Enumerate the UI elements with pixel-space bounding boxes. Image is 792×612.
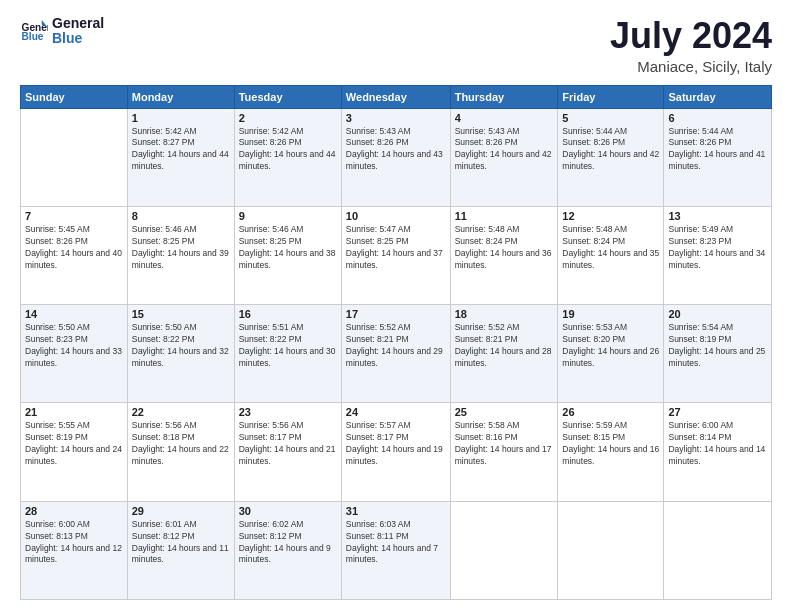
calendar-cell: 28 Sunrise: 6:00 AMSunset: 8:13 PMDaylig… — [21, 501, 128, 599]
day-number: 18 — [455, 308, 554, 320]
day-info: Sunrise: 5:50 AMSunset: 8:23 PMDaylight:… — [25, 322, 122, 368]
day-number: 3 — [346, 112, 446, 124]
day-number: 30 — [239, 505, 337, 517]
day-number: 10 — [346, 210, 446, 222]
calendar-cell: 3 Sunrise: 5:43 AMSunset: 8:26 PMDayligh… — [341, 108, 450, 206]
day-number: 23 — [239, 406, 337, 418]
logo: General Blue General Blue — [20, 16, 104, 47]
calendar-cell: 2 Sunrise: 5:42 AMSunset: 8:26 PMDayligh… — [234, 108, 341, 206]
day-number: 29 — [132, 505, 230, 517]
day-number: 14 — [25, 308, 123, 320]
header-friday: Friday — [558, 85, 664, 108]
header-thursday: Thursday — [450, 85, 558, 108]
day-number: 19 — [562, 308, 659, 320]
svg-text:Blue: Blue — [22, 32, 44, 43]
day-info: Sunrise: 5:56 AMSunset: 8:18 PMDaylight:… — [132, 420, 229, 466]
day-number: 26 — [562, 406, 659, 418]
calendar-cell: 18 Sunrise: 5:52 AMSunset: 8:21 PMDaylig… — [450, 305, 558, 403]
calendar-cell: 6 Sunrise: 5:44 AMSunset: 8:26 PMDayligh… — [664, 108, 772, 206]
calendar-cell: 8 Sunrise: 5:46 AMSunset: 8:25 PMDayligh… — [127, 206, 234, 304]
calendar-week-row: 14 Sunrise: 5:50 AMSunset: 8:23 PMDaylig… — [21, 305, 772, 403]
day-number: 31 — [346, 505, 446, 517]
calendar-cell: 26 Sunrise: 5:59 AMSunset: 8:15 PMDaylig… — [558, 403, 664, 501]
day-number: 28 — [25, 505, 123, 517]
calendar-cell: 15 Sunrise: 5:50 AMSunset: 8:22 PMDaylig… — [127, 305, 234, 403]
calendar-cell: 9 Sunrise: 5:46 AMSunset: 8:25 PMDayligh… — [234, 206, 341, 304]
day-info: Sunrise: 5:42 AMSunset: 8:26 PMDaylight:… — [239, 126, 336, 172]
header-tuesday: Tuesday — [234, 85, 341, 108]
calendar-week-row: 7 Sunrise: 5:45 AMSunset: 8:26 PMDayligh… — [21, 206, 772, 304]
calendar-cell — [450, 501, 558, 599]
day-info: Sunrise: 5:59 AMSunset: 8:15 PMDaylight:… — [562, 420, 659, 466]
calendar-cell: 23 Sunrise: 5:56 AMSunset: 8:17 PMDaylig… — [234, 403, 341, 501]
day-info: Sunrise: 5:52 AMSunset: 8:21 PMDaylight:… — [455, 322, 552, 368]
day-number: 6 — [668, 112, 767, 124]
day-info: Sunrise: 5:46 AMSunset: 8:25 PMDaylight:… — [132, 224, 229, 270]
day-number: 27 — [668, 406, 767, 418]
calendar-cell: 10 Sunrise: 5:47 AMSunset: 8:25 PMDaylig… — [341, 206, 450, 304]
calendar-week-row: 21 Sunrise: 5:55 AMSunset: 8:19 PMDaylig… — [21, 403, 772, 501]
calendar-cell: 17 Sunrise: 5:52 AMSunset: 8:21 PMDaylig… — [341, 305, 450, 403]
calendar-cell: 22 Sunrise: 5:56 AMSunset: 8:18 PMDaylig… — [127, 403, 234, 501]
header-saturday: Saturday — [664, 85, 772, 108]
day-number: 8 — [132, 210, 230, 222]
logo-blue: Blue — [52, 31, 104, 46]
day-info: Sunrise: 5:51 AMSunset: 8:22 PMDaylight:… — [239, 322, 336, 368]
day-number: 2 — [239, 112, 337, 124]
day-number: 12 — [562, 210, 659, 222]
day-info: Sunrise: 6:03 AMSunset: 8:11 PMDaylight:… — [346, 519, 438, 565]
day-number: 22 — [132, 406, 230, 418]
day-info: Sunrise: 5:45 AMSunset: 8:26 PMDaylight:… — [25, 224, 122, 270]
calendar-cell: 11 Sunrise: 5:48 AMSunset: 8:24 PMDaylig… — [450, 206, 558, 304]
calendar-subtitle: Maniace, Sicily, Italy — [610, 58, 772, 75]
day-info: Sunrise: 5:47 AMSunset: 8:25 PMDaylight:… — [346, 224, 443, 270]
day-info: Sunrise: 5:44 AMSunset: 8:26 PMDaylight:… — [668, 126, 765, 172]
calendar-cell — [558, 501, 664, 599]
day-info: Sunrise: 5:55 AMSunset: 8:19 PMDaylight:… — [25, 420, 122, 466]
calendar-week-row: 28 Sunrise: 6:00 AMSunset: 8:13 PMDaylig… — [21, 501, 772, 599]
calendar-header-row: Sunday Monday Tuesday Wednesday Thursday… — [21, 85, 772, 108]
day-info: Sunrise: 5:48 AMSunset: 8:24 PMDaylight:… — [562, 224, 659, 270]
calendar-cell: 21 Sunrise: 5:55 AMSunset: 8:19 PMDaylig… — [21, 403, 128, 501]
day-number: 7 — [25, 210, 123, 222]
calendar-cell: 29 Sunrise: 6:01 AMSunset: 8:12 PMDaylig… — [127, 501, 234, 599]
day-info: Sunrise: 5:50 AMSunset: 8:22 PMDaylight:… — [132, 322, 229, 368]
day-info: Sunrise: 5:43 AMSunset: 8:26 PMDaylight:… — [346, 126, 443, 172]
day-number: 13 — [668, 210, 767, 222]
calendar-cell: 27 Sunrise: 6:00 AMSunset: 8:14 PMDaylig… — [664, 403, 772, 501]
day-number: 1 — [132, 112, 230, 124]
day-number: 5 — [562, 112, 659, 124]
day-info: Sunrise: 5:54 AMSunset: 8:19 PMDaylight:… — [668, 322, 765, 368]
day-info: Sunrise: 5:43 AMSunset: 8:26 PMDaylight:… — [455, 126, 552, 172]
day-info: Sunrise: 6:00 AMSunset: 8:13 PMDaylight:… — [25, 519, 122, 565]
day-number: 15 — [132, 308, 230, 320]
calendar-cell: 4 Sunrise: 5:43 AMSunset: 8:26 PMDayligh… — [450, 108, 558, 206]
calendar-cell: 31 Sunrise: 6:03 AMSunset: 8:11 PMDaylig… — [341, 501, 450, 599]
day-info: Sunrise: 6:02 AMSunset: 8:12 PMDaylight:… — [239, 519, 331, 565]
calendar-table: Sunday Monday Tuesday Wednesday Thursday… — [20, 85, 772, 600]
calendar-cell: 1 Sunrise: 5:42 AMSunset: 8:27 PMDayligh… — [127, 108, 234, 206]
calendar-cell — [664, 501, 772, 599]
day-number: 20 — [668, 308, 767, 320]
header-sunday: Sunday — [21, 85, 128, 108]
calendar-cell: 7 Sunrise: 5:45 AMSunset: 8:26 PMDayligh… — [21, 206, 128, 304]
day-number: 25 — [455, 406, 554, 418]
day-info: Sunrise: 5:57 AMSunset: 8:17 PMDaylight:… — [346, 420, 443, 466]
page-header: General Blue General Blue July 2024 Mani… — [20, 16, 772, 75]
day-number: 17 — [346, 308, 446, 320]
calendar-title: July 2024 — [610, 16, 772, 56]
logo-general: General — [52, 16, 104, 31]
day-info: Sunrise: 5:46 AMSunset: 8:25 PMDaylight:… — [239, 224, 336, 270]
calendar-cell: 24 Sunrise: 5:57 AMSunset: 8:17 PMDaylig… — [341, 403, 450, 501]
calendar-cell: 19 Sunrise: 5:53 AMSunset: 8:20 PMDaylig… — [558, 305, 664, 403]
day-info: Sunrise: 5:48 AMSunset: 8:24 PMDaylight:… — [455, 224, 552, 270]
header-monday: Monday — [127, 85, 234, 108]
day-info: Sunrise: 5:42 AMSunset: 8:27 PMDaylight:… — [132, 126, 229, 172]
day-number: 4 — [455, 112, 554, 124]
day-number: 11 — [455, 210, 554, 222]
calendar-cell — [21, 108, 128, 206]
calendar-cell: 5 Sunrise: 5:44 AMSunset: 8:26 PMDayligh… — [558, 108, 664, 206]
day-number: 9 — [239, 210, 337, 222]
day-info: Sunrise: 5:44 AMSunset: 8:26 PMDaylight:… — [562, 126, 659, 172]
day-number: 24 — [346, 406, 446, 418]
